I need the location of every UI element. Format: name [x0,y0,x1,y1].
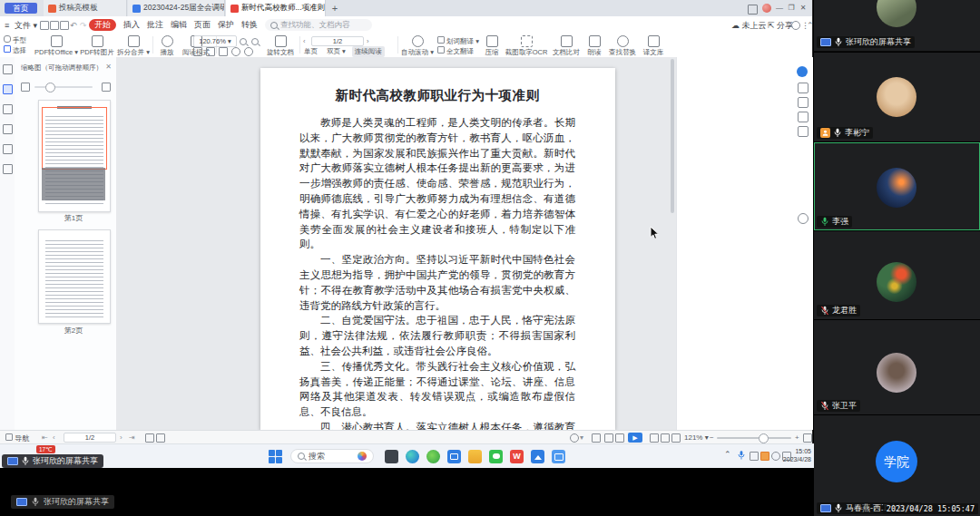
mobile-sync-icon[interactable] [798,112,808,122]
find-replace-button[interactable]: 查找替换 [606,35,639,57]
last-page-icon[interactable]: ⇥ [129,433,135,442]
view-continuous[interactable]: 连续阅读 [352,46,385,57]
view-single-page[interactable]: 单页 [301,46,320,57]
home-tab[interactable]: 首页 [5,3,37,14]
attachment-icon[interactable] [3,124,13,134]
fit-window-icon[interactable] [650,433,659,443]
nav-toggle[interactable]: 导航 [5,433,29,443]
hamburger-icon[interactable]: ≡ [5,20,9,31]
restore-button[interactable]: ❐ [787,3,796,14]
presentation-play-button[interactable]: ▶ [628,433,642,443]
document-scrollbar[interactable] [671,59,674,213]
open-file-icon[interactable] [40,21,49,30]
taskbar-search[interactable]: 搜索 [290,449,374,463]
auto-scroll-button[interactable]: 自动滚动 ▾ [401,35,434,57]
thumb-larger-icon[interactable] [102,83,111,92]
viewport-indicator[interactable] [42,107,107,170]
menu-tab-convert[interactable]: 转换 [236,19,263,31]
blue-app-icon[interactable] [552,450,565,463]
status-page-input[interactable] [64,433,116,443]
browser-360-icon[interactable] [426,450,440,463]
collapse-view-icon[interactable] [156,433,165,443]
tray-wps-cloud-icon[interactable] [760,452,769,461]
tray-mic-icon[interactable] [737,450,746,461]
file-menu[interactable]: 文件 ▾ [15,20,37,31]
split-merge-button[interactable]: 拆分合并 ▾ [116,35,151,57]
assistant-icon[interactable] [797,66,808,77]
wifi-icon[interactable] [771,452,780,461]
thumb-smaller-icon[interactable] [21,83,30,92]
share-button[interactable]: ⇱ 分享 [768,20,793,31]
cloud-status[interactable]: ☁ 未上云 [731,20,767,31]
tray-speaker-icon[interactable] [750,452,759,461]
compress-button[interactable]: 压缩 [481,35,503,57]
comment-icon[interactable] [3,104,13,114]
full-translate-button[interactable]: 全文翻译 [437,46,474,56]
rotate-doc-button[interactable]: 旋转文档 [265,35,296,57]
wps-icon[interactable]: W [510,450,524,463]
participant-tile[interactable]: 张珂欣的屏幕共享 [814,0,980,51]
minimize-button[interactable]: — [775,3,784,14]
comment-tool-icon[interactable] [798,126,808,137]
apps-grid-icon[interactable] [748,5,758,15]
translation-lib-button[interactable]: 译文库 [641,35,666,57]
zoom-in-icon[interactable] [251,38,259,45]
file-explorer-icon[interactable] [468,450,482,463]
single-page-icon[interactable] [604,433,613,443]
edit-tool-icon[interactable] [798,97,808,108]
background-setting-icon[interactable] [570,433,579,443]
participant-tile[interactable]: 李彬宁 [814,52,980,141]
zoom-out-icon[interactable] [240,38,247,45]
new-tab-button[interactable]: + [328,2,341,15]
outline-icon[interactable] [3,64,13,74]
thumb-size-slider-knob[interactable] [45,83,55,92]
print-icon[interactable] [60,21,69,30]
fit-page-controls[interactable] [193,47,253,56]
word-translate-button[interactable]: 划词翻译 ▾ [437,36,479,46]
photos-app-icon[interactable] [531,450,544,463]
task-view-button[interactable] [385,450,398,463]
zoom-level-select[interactable]: 120.76% ▾ [193,35,237,47]
pdf-to-image-button[interactable]: PDF转图片 [80,35,114,57]
search-tool-icon[interactable] [798,83,808,93]
next-page-icon[interactable]: › [367,37,369,45]
doc-tab-template[interactable]: 投稿亮模板 [44,0,127,16]
screenshot-ocr-button[interactable]: 截图取字OCR [505,35,548,57]
zoom-slider[interactable] [717,437,791,439]
menu-tab-start[interactable]: 开始 [89,19,116,31]
fit-width-icon[interactable] [661,433,670,443]
close-panel-icon[interactable]: ✕ [105,63,112,71]
next-page-icon[interactable]: › [120,433,122,442]
prev-page-icon[interactable]: ‹ [303,37,306,45]
weather-widget-badge[interactable]: 17℃ [36,445,55,453]
zoom-plus-icon[interactable]: + [795,433,799,442]
doc-compare-button[interactable]: 文档比对 [550,35,583,57]
fullscreen-icon[interactable] [803,433,812,443]
participant-tile[interactable]: 学院 马春燕-西工大软件学... 2023/04/28 15:05:47 [814,414,980,516]
fit-page-icon[interactable] [671,433,681,443]
taskbar-clock[interactable]: 15:05 2023/4/28 [780,447,811,463]
function-search-input[interactable]: 查找功能、文档内容 [265,19,372,31]
double-page-icon[interactable] [615,433,624,443]
play-button[interactable]: 播放 [156,35,178,57]
view-double-page[interactable]: 双页 ▾ [324,46,348,57]
chevron-down-icon[interactable]: ▾ [580,433,583,442]
page-2-thumbnail[interactable] [38,229,111,324]
zoom-slider-knob[interactable] [759,433,769,443]
thumbnail-icon[interactable] [3,84,13,94]
page-number-input[interactable] [311,36,364,46]
start-button[interactable] [269,450,282,463]
page-1-thumbnail[interactable] [38,100,111,212]
account-avatar[interactable] [762,4,771,13]
participant-tile[interactable]: 张卫平 [814,319,980,414]
close-button[interactable]: ✕ [799,3,808,14]
meeting-app-icon[interactable] [447,450,461,463]
collapse-ribbon-icon[interactable]: ⌃ [807,20,814,31]
expand-view-icon[interactable] [145,433,154,443]
screen-share-indicator[interactable]: 张珂欣的屏幕共享 [2,454,103,468]
settings-gear-icon[interactable] [791,21,800,30]
edge-browser-icon[interactable] [406,450,419,463]
status-zoom-level[interactable]: 121% ▾ [684,433,709,442]
redo-icon[interactable]: ↷ [80,20,87,31]
hand-tool[interactable]: 手型 [4,35,26,45]
